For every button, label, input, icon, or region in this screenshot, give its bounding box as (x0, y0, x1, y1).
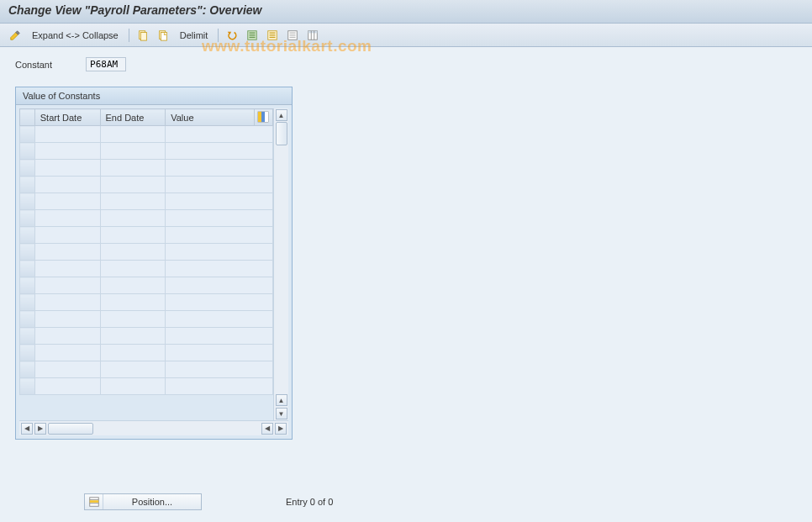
table-row[interactable] (20, 177, 273, 193)
table-row[interactable] (20, 193, 273, 210)
toggle-edit-button[interactable] (7, 27, 24, 44)
toolbar-separator (218, 29, 219, 42)
scroll-down-button[interactable]: ▼ (276, 408, 287, 419)
scroll-right-step-button[interactable]: ▶ (34, 423, 46, 435)
toolbar-separator (129, 29, 129, 42)
table-row[interactable] (20, 160, 273, 177)
copy-button[interactable] (155, 27, 171, 44)
svg-rect-5 (250, 32, 256, 33)
select-all-button[interactable] (244, 27, 261, 44)
svg-rect-17 (308, 30, 318, 33)
scroll-up-button[interactable]: ▲ (276, 109, 287, 121)
row-selector-header[interactable] (20, 109, 35, 126)
table-row[interactable] (20, 277, 273, 294)
undo-button[interactable] (224, 27, 240, 44)
new-entries-button[interactable] (134, 27, 151, 44)
expand-collapse-label: Expand <-> Collapse (32, 30, 119, 40)
undo-icon (226, 29, 238, 41)
svg-rect-11 (270, 36, 276, 37)
svg-rect-14 (290, 34, 296, 35)
position-icon (88, 496, 100, 508)
deselect-all-icon (287, 29, 298, 41)
table-row[interactable] (20, 244, 273, 261)
svg-rect-13 (290, 32, 296, 33)
table-area: Start Date End Date Value (19, 108, 273, 420)
svg-rect-7 (250, 36, 256, 37)
scroll-track-vertical[interactable] (276, 145, 287, 393)
table-row[interactable] (20, 345, 273, 361)
document-copy-icon (157, 29, 169, 41)
svg-rect-25 (89, 500, 98, 503)
constant-value[interactable]: P68AM (86, 57, 126, 71)
expand-collapse-button[interactable]: Expand <-> Collapse (27, 27, 124, 44)
scroll-thumb-vertical[interactable] (276, 122, 287, 145)
deselect-all-button[interactable] (284, 27, 301, 44)
table-row[interactable] (20, 311, 273, 328)
scroll-left-button[interactable]: ◀ (21, 423, 33, 435)
constants-table: Start Date End Date Value (19, 108, 273, 395)
document-new-icon (137, 29, 149, 41)
table-row[interactable] (20, 328, 273, 345)
table-row[interactable] (20, 261, 273, 277)
table-row[interactable] (20, 294, 273, 311)
table-row[interactable] (20, 210, 273, 227)
toolbar: Expand <-> Collapse Delimit (0, 24, 812, 47)
vertical-scrollbar[interactable]: ▲ ▲ ▼ (273, 108, 288, 420)
horizontal-scrollbar[interactable]: ◀ ▶ ◀ ▶ (19, 420, 288, 435)
scroll-thumb-horizontal[interactable] (48, 423, 93, 435)
page-title: Change View "Payroll Parameters": Overvi… (8, 3, 804, 17)
svg-rect-1 (140, 32, 146, 40)
panel-body: Start Date End Date Value (16, 105, 292, 439)
position-label: Position... (103, 497, 201, 507)
constant-label: Constant (15, 60, 52, 70)
scroll-right-button[interactable]: ▶ (275, 423, 287, 435)
table-row[interactable] (20, 143, 273, 160)
svg-rect-21 (258, 112, 261, 122)
table-settings-button[interactable] (304, 27, 321, 44)
table-row[interactable] (20, 227, 273, 244)
svg-rect-9 (270, 32, 276, 33)
pencil-toggle-icon (9, 29, 21, 41)
entry-count-text: Entry 0 of 0 (286, 497, 333, 507)
table-row[interactable] (20, 378, 273, 395)
col-start-date[interactable]: Start Date (34, 109, 100, 126)
scroll-up-step-button[interactable]: ▲ (276, 394, 287, 406)
panel-title: Value of Constants (16, 87, 292, 105)
svg-rect-22 (261, 112, 265, 122)
col-value[interactable]: Value (166, 109, 255, 126)
table-row[interactable] (20, 126, 273, 143)
table-body (20, 126, 273, 395)
select-block-icon (266, 29, 278, 41)
select-block-button[interactable] (264, 27, 281, 44)
value-of-constants-panel: Value of Constants Start Date End Date V… (15, 87, 293, 440)
scroll-left-end-button[interactable]: ◀ (261, 423, 273, 435)
svg-rect-6 (250, 34, 256, 35)
svg-rect-15 (290, 36, 296, 37)
select-all-icon (246, 29, 258, 41)
svg-rect-23 (265, 112, 268, 122)
content-area: Constant P68AM Value of Constants Start … (0, 47, 812, 522)
table-settings-icon (307, 29, 319, 41)
delimit-label: Delimit (180, 30, 208, 40)
position-icon-slot (85, 494, 103, 509)
delimit-button[interactable]: Delimit (175, 27, 214, 44)
title-bar: Change View "Payroll Parameters": Overvi… (0, 0, 812, 24)
svg-rect-10 (270, 34, 276, 35)
constant-field-row: Constant P68AM (15, 57, 797, 71)
col-end-date[interactable]: End Date (100, 109, 166, 126)
table-row[interactable] (20, 361, 273, 378)
position-button[interactable]: Position... (84, 493, 202, 510)
table-wrap: Start Date End Date Value (19, 108, 288, 420)
footer: Position... Entry 0 of 0 (84, 493, 333, 510)
column-config-button[interactable] (254, 109, 272, 126)
column-config-icon (257, 111, 269, 123)
